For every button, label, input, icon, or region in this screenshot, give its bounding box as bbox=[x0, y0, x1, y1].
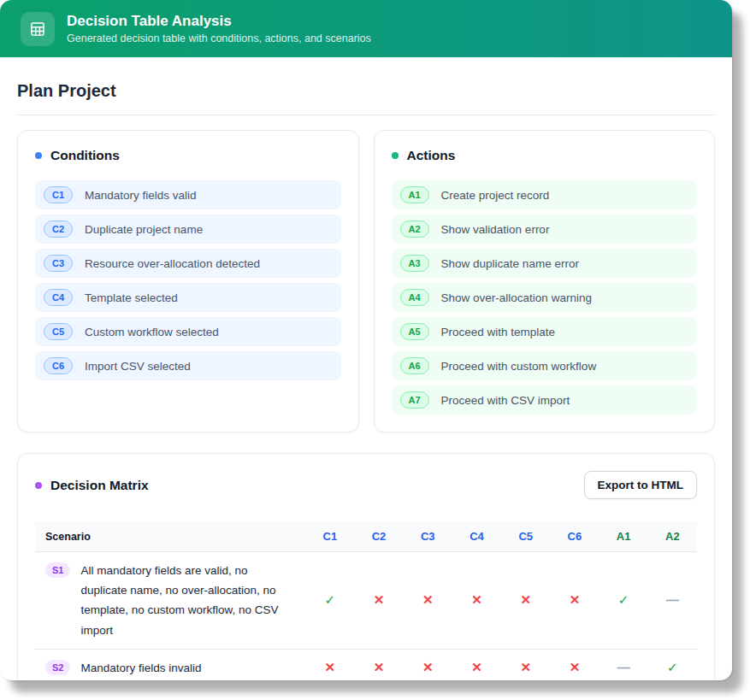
item-id-badge: A3 bbox=[400, 255, 429, 272]
cross-mark-icon: ✕ bbox=[471, 592, 482, 607]
column-header-c6: C6 bbox=[550, 521, 599, 552]
item-id-badge: A1 bbox=[400, 186, 429, 203]
cross-mark-icon: ✕ bbox=[422, 592, 434, 607]
decision-matrix-card: Decision Matrix Export to HTML ScenarioC… bbox=[17, 453, 715, 680]
list-item: C4 Template selected bbox=[35, 283, 341, 312]
app-header: Decision Table Analysis Generated decisi… bbox=[0, 0, 732, 57]
scenario-id-badge: S2 bbox=[45, 660, 70, 675]
cards-grid: Conditions C1 Mandatory fields valid C2 … bbox=[17, 130, 715, 432]
item-label: Duplicate project name bbox=[85, 223, 203, 236]
matrix-body: S1All mandatory fields are valid, no dup… bbox=[35, 552, 697, 681]
item-id-badge: A5 bbox=[400, 323, 429, 340]
conditions-dot-icon bbox=[35, 152, 42, 159]
list-item: C3 Resource over-allocation detected bbox=[35, 249, 341, 278]
table-grid-icon bbox=[21, 12, 55, 46]
list-item: C1 Mandatory fields valid bbox=[35, 180, 341, 209]
item-id-badge: A4 bbox=[400, 289, 429, 306]
scenario-row: S1All mandatory fields are valid, no dup… bbox=[35, 552, 697, 650]
item-label: Proceed with custom workflow bbox=[441, 360, 597, 373]
cross-mark-icon: ✕ bbox=[520, 592, 531, 607]
scenario-id-badge: S1 bbox=[45, 562, 70, 578]
item-label: Create project record bbox=[441, 189, 550, 202]
item-label: Custom workflow selected bbox=[85, 326, 219, 338]
scenario-description: Mandatory fields invalid bbox=[80, 658, 201, 678]
item-id-badge: C3 bbox=[44, 255, 73, 272]
item-label: Mandatory fields valid bbox=[85, 189, 197, 202]
cross-mark-icon: ✕ bbox=[570, 592, 581, 607]
item-label: Import CSV selected bbox=[85, 360, 191, 373]
list-item: A4 Show over-allocation warning bbox=[392, 283, 698, 312]
column-header-a1: A1 bbox=[599, 521, 648, 552]
item-id-badge: C2 bbox=[44, 221, 73, 238]
cross-mark-icon: ✕ bbox=[325, 660, 336, 674]
conditions-list: C1 Mandatory fields valid C2 Duplicate p… bbox=[35, 180, 341, 380]
list-item: C6 Import CSV selected bbox=[35, 351, 341, 380]
cross-mark-icon: ✕ bbox=[374, 592, 385, 607]
app-window: Decision Table Analysis Generated decisi… bbox=[0, 0, 732, 680]
column-header-c1: C1 bbox=[305, 521, 354, 552]
check-mark-icon: ✓ bbox=[618, 592, 629, 607]
page-title: Plan Project bbox=[17, 81, 715, 115]
column-header-c2: C2 bbox=[354, 521, 403, 552]
conditions-title: Conditions bbox=[50, 148, 120, 163]
column-header-c5: C5 bbox=[501, 521, 550, 552]
item-id-badge: C6 bbox=[44, 357, 73, 374]
column-header-scenario: Scenario bbox=[35, 521, 305, 552]
scenario-description: All mandatory fields are valid, no dupli… bbox=[80, 561, 295, 640]
item-label: Show validation error bbox=[441, 223, 550, 236]
conditions-card: Conditions C1 Mandatory fields valid C2 … bbox=[17, 130, 359, 432]
actions-dot-icon bbox=[392, 152, 399, 159]
item-label: Template selected bbox=[85, 291, 178, 304]
matrix-header-row: ScenarioC1C2C3C4C5C6A1A2 bbox=[35, 521, 697, 552]
list-item: A5 Proceed with template bbox=[392, 317, 698, 346]
item-id-badge: C1 bbox=[44, 186, 73, 203]
dash-mark-icon: — bbox=[666, 592, 679, 607]
export-to-html-button[interactable]: Export to HTML bbox=[584, 471, 698, 499]
item-id-badge: C4 bbox=[44, 289, 73, 306]
actions-card: Actions A1 Create project record A2 Show… bbox=[374, 130, 716, 432]
column-header-a2: A2 bbox=[648, 521, 697, 552]
list-item: A6 Proceed with custom workflow bbox=[392, 351, 698, 380]
list-item: C5 Custom workflow selected bbox=[35, 317, 341, 346]
item-label: Resource over-allocation detected bbox=[85, 257, 260, 270]
item-id-badge: A6 bbox=[400, 357, 429, 374]
list-item: A7 Proceed with CSV import bbox=[392, 385, 698, 415]
matrix-title: Decision Matrix bbox=[50, 478, 149, 493]
list-item: A1 Create project record bbox=[392, 180, 698, 209]
item-label: Proceed with CSV import bbox=[441, 394, 570, 407]
actions-list: A1 Create project record A2 Show validat… bbox=[392, 180, 698, 415]
app-title: Decision Table Analysis bbox=[67, 13, 371, 30]
check-mark-icon: ✓ bbox=[667, 660, 678, 674]
scenario-row: S2Mandatory fields invalid✕✕✕✕✕✕—✓ bbox=[35, 649, 697, 680]
app-subtitle: Generated decision table with conditions… bbox=[67, 32, 371, 44]
list-item: A2 Show validation error bbox=[392, 215, 698, 244]
dash-mark-icon: — bbox=[617, 660, 630, 674]
column-header-c3: C3 bbox=[404, 521, 452, 552]
item-label: Proceed with template bbox=[441, 326, 556, 338]
actions-title: Actions bbox=[407, 148, 456, 163]
matrix-dot-icon bbox=[35, 482, 42, 489]
item-id-badge: C5 bbox=[44, 323, 73, 340]
list-item: C2 Duplicate project name bbox=[35, 215, 341, 244]
list-item: A3 Show duplicate name error bbox=[392, 249, 698, 278]
item-label: Show over-allocation warning bbox=[441, 291, 592, 304]
decision-matrix-table: ScenarioC1C2C3C4C5C6A1A2 S1All mandatory… bbox=[35, 521, 697, 680]
item-id-badge: A2 bbox=[400, 221, 429, 238]
check-mark-icon: ✓ bbox=[325, 592, 336, 607]
cross-mark-icon: ✕ bbox=[520, 660, 531, 674]
column-header-c4: C4 bbox=[452, 521, 501, 552]
cross-mark-icon: ✕ bbox=[374, 660, 385, 674]
item-id-badge: A7 bbox=[400, 391, 429, 409]
page-content: Plan Project Conditions C1 Mandatory fie… bbox=[0, 57, 732, 680]
cross-mark-icon: ✕ bbox=[422, 660, 434, 674]
cross-mark-icon: ✕ bbox=[570, 660, 581, 674]
cross-mark-icon: ✕ bbox=[471, 660, 482, 674]
item-label: Show duplicate name error bbox=[441, 257, 579, 270]
